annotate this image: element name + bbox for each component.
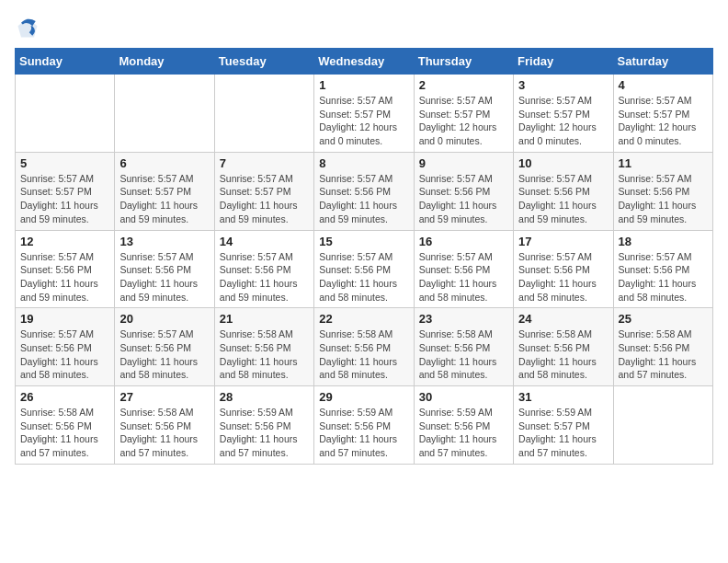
day-number: 24 bbox=[518, 312, 608, 326]
day-info: Sunrise: 5:57 AMSunset: 5:57 PMDaylight:… bbox=[518, 94, 608, 148]
day-info: Sunrise: 5:59 AMSunset: 5:56 PMDaylight:… bbox=[220, 406, 309, 460]
day-info: Sunrise: 5:59 AMSunset: 5:57 PMDaylight:… bbox=[518, 406, 608, 460]
day-info: Sunrise: 5:57 AMSunset: 5:56 PMDaylight:… bbox=[319, 250, 408, 304]
calendar-cell bbox=[214, 75, 313, 153]
calendar-cell: 21Sunrise: 5:58 AMSunset: 5:56 PMDayligh… bbox=[214, 308, 313, 386]
day-info: Sunrise: 5:58 AMSunset: 5:56 PMDaylight:… bbox=[20, 406, 109, 460]
day-number: 30 bbox=[419, 390, 508, 404]
calendar-cell: 8Sunrise: 5:57 AMSunset: 5:56 PMDaylight… bbox=[314, 152, 414, 230]
calendar-cell: 26Sunrise: 5:58 AMSunset: 5:56 PMDayligh… bbox=[16, 386, 115, 465]
day-info: Sunrise: 5:57 AMSunset: 5:57 PMDaylight:… bbox=[220, 172, 309, 226]
logo bbox=[15, 15, 44, 40]
calendar-cell: 19Sunrise: 5:57 AMSunset: 5:56 PMDayligh… bbox=[16, 308, 115, 386]
day-info: Sunrise: 5:57 AMSunset: 5:57 PMDaylight:… bbox=[319, 94, 408, 148]
calendar-cell bbox=[115, 75, 214, 153]
day-info: Sunrise: 5:57 AMSunset: 5:57 PMDaylight:… bbox=[119, 172, 209, 226]
day-info: Sunrise: 5:57 AMSunset: 5:56 PMDaylight:… bbox=[518, 172, 608, 226]
calendar-week-row: 5Sunrise: 5:57 AMSunset: 5:57 PMDaylight… bbox=[16, 152, 713, 230]
weekday-header-saturday: Saturday bbox=[613, 49, 712, 75]
day-number: 10 bbox=[518, 156, 608, 170]
day-number: 12 bbox=[20, 235, 109, 248]
calendar-cell: 1Sunrise: 5:57 AMSunset: 5:57 PMDaylight… bbox=[314, 75, 414, 153]
calendar-cell: 14Sunrise: 5:57 AMSunset: 5:56 PMDayligh… bbox=[214, 230, 313, 308]
day-info: Sunrise: 5:57 AMSunset: 5:56 PMDaylight:… bbox=[20, 327, 109, 382]
day-number: 20 bbox=[119, 312, 209, 326]
calendar-cell: 28Sunrise: 5:59 AMSunset: 5:56 PMDayligh… bbox=[214, 386, 313, 465]
day-info: Sunrise: 5:57 AMSunset: 5:57 PMDaylight:… bbox=[619, 94, 708, 148]
day-number: 6 bbox=[119, 156, 209, 170]
calendar-cell: 20Sunrise: 5:57 AMSunset: 5:56 PMDayligh… bbox=[115, 308, 214, 386]
day-number: 26 bbox=[20, 390, 109, 404]
day-number: 15 bbox=[319, 235, 408, 248]
day-info: Sunrise: 5:57 AMSunset: 5:56 PMDaylight:… bbox=[319, 172, 408, 226]
calendar-cell: 29Sunrise: 5:59 AMSunset: 5:56 PMDayligh… bbox=[314, 386, 414, 465]
calendar-cell: 22Sunrise: 5:58 AMSunset: 5:56 PMDayligh… bbox=[314, 308, 414, 386]
day-number: 23 bbox=[419, 312, 508, 326]
day-number: 21 bbox=[220, 312, 309, 326]
calendar-cell: 17Sunrise: 5:57 AMSunset: 5:56 PMDayligh… bbox=[514, 230, 613, 308]
day-info: Sunrise: 5:58 AMSunset: 5:56 PMDaylight:… bbox=[619, 327, 708, 382]
day-info: Sunrise: 5:57 AMSunset: 5:56 PMDaylight:… bbox=[619, 172, 708, 226]
day-info: Sunrise: 5:59 AMSunset: 5:56 PMDaylight:… bbox=[319, 406, 408, 460]
calendar-cell: 16Sunrise: 5:57 AMSunset: 5:56 PMDayligh… bbox=[414, 230, 513, 308]
day-info: Sunrise: 5:57 AMSunset: 5:56 PMDaylight:… bbox=[119, 327, 209, 382]
day-number: 2 bbox=[419, 78, 508, 92]
day-info: Sunrise: 5:57 AMSunset: 5:56 PMDaylight:… bbox=[119, 250, 209, 304]
day-info: Sunrise: 5:58 AMSunset: 5:56 PMDaylight:… bbox=[220, 327, 309, 382]
day-info: Sunrise: 5:57 AMSunset: 5:56 PMDaylight:… bbox=[20, 250, 109, 304]
day-number: 16 bbox=[419, 235, 508, 248]
weekday-header-thursday: Thursday bbox=[414, 49, 513, 75]
day-info: Sunrise: 5:57 AMSunset: 5:56 PMDaylight:… bbox=[518, 250, 608, 304]
calendar-cell bbox=[16, 75, 115, 153]
day-info: Sunrise: 5:58 AMSunset: 5:56 PMDaylight:… bbox=[119, 406, 209, 460]
weekday-header-tuesday: Tuesday bbox=[214, 49, 313, 75]
day-info: Sunrise: 5:58 AMSunset: 5:56 PMDaylight:… bbox=[518, 327, 608, 382]
logo-icon bbox=[15, 15, 40, 40]
day-info: Sunrise: 5:57 AMSunset: 5:56 PMDaylight:… bbox=[220, 250, 309, 304]
calendar-cell: 10Sunrise: 5:57 AMSunset: 5:56 PMDayligh… bbox=[514, 152, 613, 230]
day-number: 14 bbox=[220, 235, 309, 248]
day-info: Sunrise: 5:57 AMSunset: 5:56 PMDaylight:… bbox=[419, 172, 508, 226]
day-number: 13 bbox=[119, 235, 209, 248]
day-info: Sunrise: 5:58 AMSunset: 5:56 PMDaylight:… bbox=[319, 327, 408, 382]
calendar-table: SundayMondayTuesdayWednesdayThursdayFrid… bbox=[15, 48, 713, 465]
day-number: 7 bbox=[220, 156, 309, 170]
weekday-header-friday: Friday bbox=[514, 49, 613, 75]
weekday-header-sunday: Sunday bbox=[16, 49, 115, 75]
calendar-cell: 24Sunrise: 5:58 AMSunset: 5:56 PMDayligh… bbox=[514, 308, 613, 386]
calendar-cell: 6Sunrise: 5:57 AMSunset: 5:57 PMDaylight… bbox=[115, 152, 214, 230]
day-number: 19 bbox=[20, 312, 109, 326]
day-info: Sunrise: 5:57 AMSunset: 5:57 PMDaylight:… bbox=[419, 94, 508, 148]
calendar-cell: 25Sunrise: 5:58 AMSunset: 5:56 PMDayligh… bbox=[613, 308, 712, 386]
day-number: 25 bbox=[619, 312, 708, 326]
calendar-cell: 5Sunrise: 5:57 AMSunset: 5:57 PMDaylight… bbox=[16, 152, 115, 230]
calendar-cell bbox=[613, 386, 712, 465]
calendar-cell: 31Sunrise: 5:59 AMSunset: 5:57 PMDayligh… bbox=[514, 386, 613, 465]
weekday-header-monday: Monday bbox=[115, 49, 214, 75]
calendar-cell: 13Sunrise: 5:57 AMSunset: 5:56 PMDayligh… bbox=[115, 230, 214, 308]
calendar-cell: 30Sunrise: 5:59 AMSunset: 5:56 PMDayligh… bbox=[414, 386, 513, 465]
day-number: 28 bbox=[220, 390, 309, 404]
calendar-cell: 15Sunrise: 5:57 AMSunset: 5:56 PMDayligh… bbox=[314, 230, 414, 308]
calendar-week-row: 19Sunrise: 5:57 AMSunset: 5:56 PMDayligh… bbox=[16, 308, 713, 386]
calendar-week-row: 12Sunrise: 5:57 AMSunset: 5:56 PMDayligh… bbox=[16, 230, 713, 308]
day-info: Sunrise: 5:57 AMSunset: 5:56 PMDaylight:… bbox=[419, 250, 508, 304]
calendar-cell: 23Sunrise: 5:58 AMSunset: 5:56 PMDayligh… bbox=[414, 308, 513, 386]
day-number: 18 bbox=[619, 235, 708, 248]
calendar-cell: 4Sunrise: 5:57 AMSunset: 5:57 PMDaylight… bbox=[613, 75, 712, 153]
day-number: 31 bbox=[518, 390, 608, 404]
calendar-cell: 11Sunrise: 5:57 AMSunset: 5:56 PMDayligh… bbox=[613, 152, 712, 230]
day-number: 5 bbox=[20, 156, 109, 170]
calendar-cell: 27Sunrise: 5:58 AMSunset: 5:56 PMDayligh… bbox=[115, 386, 214, 465]
day-number: 22 bbox=[319, 312, 408, 326]
day-number: 8 bbox=[319, 156, 408, 170]
day-info: Sunrise: 5:59 AMSunset: 5:56 PMDaylight:… bbox=[419, 406, 508, 460]
calendar-header-row: SundayMondayTuesdayWednesdayThursdayFrid… bbox=[16, 49, 713, 75]
day-number: 17 bbox=[518, 235, 608, 248]
calendar-week-row: 26Sunrise: 5:58 AMSunset: 5:56 PMDayligh… bbox=[16, 386, 713, 465]
day-number: 3 bbox=[518, 78, 608, 92]
calendar-cell: 18Sunrise: 5:57 AMSunset: 5:56 PMDayligh… bbox=[613, 230, 712, 308]
day-number: 4 bbox=[619, 78, 708, 92]
day-number: 1 bbox=[319, 78, 408, 92]
day-number: 29 bbox=[319, 390, 408, 404]
